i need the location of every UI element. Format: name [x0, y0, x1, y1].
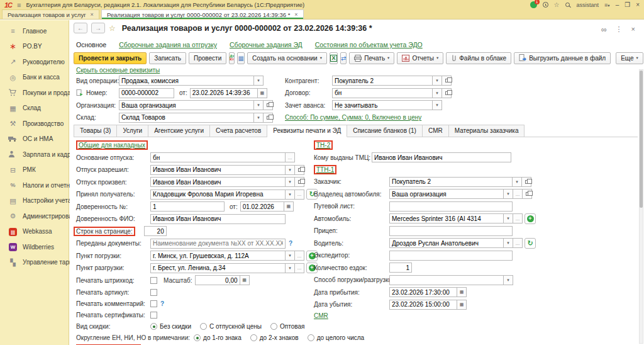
- forwarder-input[interactable]: [389, 251, 513, 261]
- operation-type-input[interactable]: [119, 76, 254, 86]
- release-allowed-input[interactable]: [150, 165, 286, 175]
- price-method-link[interactable]: Способ: По сумме, Сумма: 0, Включено в ц…: [285, 114, 421, 121]
- contract-input[interactable]: [332, 88, 433, 98]
- section-link-ttn1[interactable]: ТТН-1: [316, 166, 334, 173]
- open-link-icon[interactable]: [295, 165, 304, 175]
- sidebar-item-proizvodstvo[interactable]: ⚒Производство: [0, 116, 69, 132]
- poa-number-input[interactable]: [150, 201, 225, 212]
- dropdown-icon[interactable]: ▾: [504, 213, 513, 223]
- release-made-input[interactable]: [150, 177, 286, 187]
- dropdown-icon[interactable]: ▾: [286, 251, 295, 261]
- forward-button[interactable]: →: [91, 23, 105, 33]
- nav-sborochnye-ed[interactable]: Сборочные задания ЭД: [230, 41, 303, 48]
- radio-one-digit[interactable]: до 1-го знака: [194, 334, 242, 341]
- car-input[interactable]: [389, 213, 504, 223]
- post-button[interactable]: Провести: [189, 52, 226, 64]
- ellipsis-icon[interactable]: …: [295, 263, 304, 273]
- departure-date-input[interactable]: [389, 300, 457, 310]
- section-link-cmr[interactable]: CMR: [314, 312, 328, 319]
- favorite-star-icon[interactable]: ☆: [109, 24, 116, 33]
- edo-exchange-button[interactable]: ⇄: [340, 52, 347, 64]
- print-barcode-checkbox[interactable]: [150, 277, 157, 284]
- more-button[interactable]: Еще▾: [616, 52, 643, 64]
- counterparty-input[interactable]: [332, 76, 433, 86]
- waybill-input[interactable]: [389, 201, 513, 212]
- sidebar-item-pokupki-prodazhi[interactable]: Покупки и продажи: [0, 85, 69, 101]
- dropdown-icon[interactable]: ▾: [504, 189, 513, 199]
- tmc-to-input[interactable]: [372, 152, 511, 162]
- export-data-button[interactable]: Выгрузить данные в файл: [514, 52, 611, 64]
- sidebar-item-rmk[interactable]: ⊟РМК: [0, 162, 69, 178]
- open-link-icon[interactable]: [442, 88, 452, 98]
- tab-spisanie-blankov[interactable]: Списание бланков (1): [347, 125, 423, 137]
- receiver-input[interactable]: [150, 189, 286, 200]
- tab-tovary[interactable]: Товары (3): [74, 125, 117, 137]
- nav-sborochnye-otgruzka[interactable]: Сборочные задания на отгрузку: [119, 41, 217, 48]
- dropdown-icon[interactable]: ▾: [504, 275, 513, 285]
- trailer-input[interactable]: [389, 226, 513, 236]
- rows-per-page-input[interactable]: [144, 226, 167, 236]
- search-icon[interactable]: [565, 3, 570, 7]
- tab-scheta-raschetov[interactable]: Счета расчетов: [210, 125, 267, 137]
- dropdown-icon[interactable]: ▾: [286, 263, 295, 273]
- open-link-icon[interactable]: [523, 189, 532, 199]
- basis-input[interactable]: [150, 152, 286, 162]
- ellipsis-icon[interactable]: …: [513, 189, 523, 199]
- calendar-icon[interactable]: ▦: [284, 201, 294, 212]
- scrollbar-thumb[interactable]: [640, 71, 643, 208]
- advance-offset-input[interactable]: [332, 100, 433, 110]
- customer-input[interactable]: [389, 177, 513, 187]
- organization-input[interactable]: [119, 100, 254, 110]
- date-input[interactable]: [190, 88, 258, 98]
- nav-osnovnoe[interactable]: Основное: [76, 41, 106, 48]
- show-postings-button[interactable]: ДтКт: [229, 52, 235, 64]
- cloud-files-button[interactable]: Файлы в облаке: [446, 52, 511, 64]
- tab-cmr[interactable]: CMR: [423, 125, 449, 137]
- help-icon[interactable]: ?: [160, 300, 164, 307]
- more-dots-icon[interactable]: ⋮: [616, 25, 623, 34]
- reports-button[interactable]: Отчеты▾: [397, 52, 443, 64]
- close-document-icon[interactable]: ×: [631, 25, 635, 34]
- link-icon[interactable]: ∞: [601, 25, 607, 34]
- print-certs-checkbox[interactable]: [150, 312, 157, 319]
- tab-uslugi[interactable]: Услуги: [117, 125, 148, 137]
- save-button[interactable]: Записать: [149, 52, 186, 64]
- radio-from-selling-price[interactable]: С отпускной цены: [200, 323, 262, 330]
- section-link-tn2[interactable]: ТН-2: [316, 142, 330, 149]
- dropdown-icon[interactable]: ▾: [286, 177, 295, 187]
- radio-two-digits[interactable]: до 2-х знаков: [250, 334, 299, 341]
- dropdown-icon[interactable]: ▾: [433, 100, 442, 110]
- hide-main-requisites-link[interactable]: Скрыть основные реквизиты: [76, 67, 160, 74]
- ellipsis-icon[interactable]: …: [286, 152, 295, 162]
- tab-materialy-zakazchika[interactable]: Материалы заказчика: [449, 125, 525, 137]
- tab-rekvizity-pechati[interactable]: Реквизиты печати и ЭД: [267, 125, 347, 137]
- add-button[interactable]: +: [525, 213, 536, 224]
- sidebar-item-poby[interactable]: ∗PO.BY: [0, 39, 69, 55]
- sidebar-item-administrirovanie[interactable]: ⚙Администрирование: [0, 208, 69, 224]
- dropdown-icon[interactable]: ▾: [286, 165, 295, 175]
- loading-point-input[interactable]: [150, 251, 286, 261]
- poa-date-input[interactable]: [240, 201, 284, 212]
- main-menu-icon[interactable]: ≡: [17, 1, 21, 9]
- close-window-button[interactable]: ×: [636, 1, 640, 8]
- sidebar-item-os-nma[interactable]: ОС и НМА: [0, 132, 69, 147]
- sidebar-item-nalogi[interactable]: %Налоги и отчетность: [0, 178, 69, 193]
- load-method-input[interactable]: [389, 275, 504, 285]
- back-button[interactable]: ←: [74, 23, 87, 33]
- sidebar-item-sklad[interactable]: ▦Склад: [0, 101, 69, 116]
- notification-icon[interactable]: 1: [530, 1, 537, 8]
- window-tab-list[interactable]: Реализация товаров и услуг ×: [2, 9, 99, 19]
- maximize-button[interactable]: ❒: [625, 1, 630, 8]
- poa-name-input[interactable]: [150, 214, 286, 224]
- document-structure-button[interactable]: ▦: [237, 52, 244, 64]
- dropdown-icon[interactable]: ▾: [254, 113, 264, 123]
- radio-whole-number[interactable]: до целого числа: [308, 334, 365, 341]
- ellipsis-icon[interactable]: …: [295, 251, 304, 261]
- create-based-on-button[interactable]: Создать на основании▾: [247, 52, 327, 64]
- driver-input[interactable]: [389, 238, 504, 248]
- section-link-common[interactable]: Общие для накладных: [79, 142, 145, 149]
- car-owner-input[interactable]: [389, 189, 504, 199]
- docs-passed-input[interactable]: [150, 239, 286, 249]
- close-tab-icon[interactable]: ×: [294, 11, 297, 18]
- print-sku-checkbox[interactable]: [150, 289, 157, 296]
